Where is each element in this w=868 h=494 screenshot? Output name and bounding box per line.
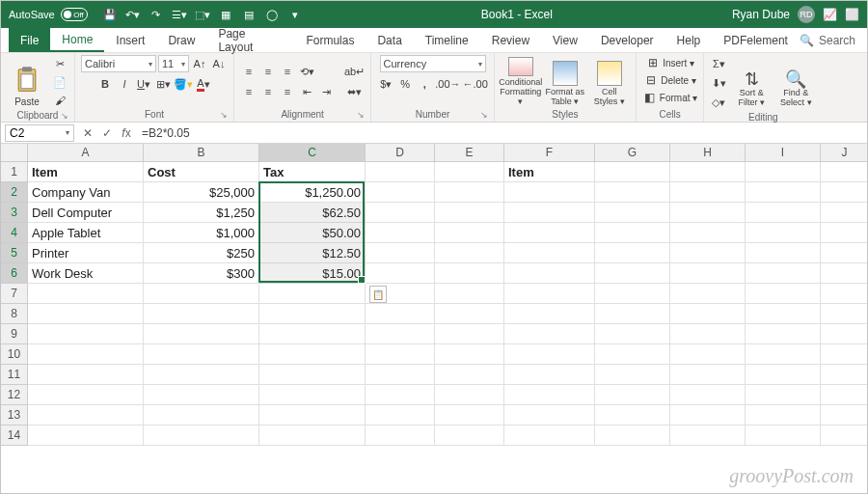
- cell-F4[interactable]: [504, 223, 595, 243]
- dec-decimal-icon[interactable]: ←.00: [463, 75, 488, 93]
- cell-I7[interactable]: [746, 284, 821, 304]
- cell-J3[interactable]: [821, 203, 868, 223]
- cell-C1[interactable]: Tax: [259, 162, 366, 182]
- cell-H14[interactable]: [670, 425, 746, 446]
- autosave-toggle[interactable]: AutoSave: [1, 8, 95, 21]
- cell-C4[interactable]: $50.00: [259, 223, 366, 243]
- fx-icon[interactable]: fx: [117, 126, 136, 140]
- tab-draw[interactable]: Draw: [156, 28, 206, 52]
- cell-A10[interactable]: [28, 344, 144, 365]
- align-center-icon[interactable]: ≡: [259, 83, 277, 100]
- cell-A8[interactable]: [28, 304, 144, 324]
- qat-icon-4[interactable]: ▤: [238, 4, 259, 25]
- accounting-icon[interactable]: $▾: [377, 75, 394, 93]
- cell-E3[interactable]: [435, 203, 504, 223]
- fill-icon[interactable]: ⬇▾: [710, 74, 727, 92]
- cell-J11[interactable]: [821, 365, 868, 385]
- cell-G6[interactable]: [595, 263, 670, 284]
- cell-J14[interactable]: [821, 425, 868, 446]
- cell-D3[interactable]: [366, 203, 435, 223]
- cell-B8[interactable]: [144, 304, 259, 324]
- cell-F7[interactable]: [504, 284, 595, 304]
- cell-J12[interactable]: [821, 385, 868, 405]
- cancel-formula-icon[interactable]: ✕: [78, 126, 97, 140]
- cell-E13[interactable]: [435, 405, 504, 425]
- align-middle-icon[interactable]: ≡: [259, 63, 277, 80]
- cut-icon[interactable]: ✂: [51, 55, 68, 72]
- row-header-7[interactable]: 7: [1, 284, 28, 304]
- cell-E12[interactable]: [435, 385, 504, 405]
- cell-F1[interactable]: Item: [504, 162, 595, 182]
- cell-C10[interactable]: [259, 344, 366, 365]
- find-select-button[interactable]: 🔍Find & Select ▾: [775, 58, 816, 108]
- row-header-2[interactable]: 2: [1, 182, 28, 203]
- cell-I3[interactable]: [746, 203, 821, 223]
- undo-icon[interactable]: ↶▾: [122, 4, 144, 25]
- cell-H3[interactable]: [670, 203, 746, 223]
- cell-I9[interactable]: [746, 324, 821, 344]
- cell-F9[interactable]: [504, 324, 595, 344]
- cell-H4[interactable]: [670, 223, 746, 243]
- cell-F12[interactable]: [504, 385, 595, 405]
- window-control-icon[interactable]: ⬜: [845, 8, 859, 21]
- comma-icon[interactable]: ,: [416, 75, 433, 93]
- cell-E7[interactable]: [435, 284, 504, 304]
- cell-J13[interactable]: [821, 405, 868, 425]
- cell-C8[interactable]: [259, 304, 366, 324]
- italic-button[interactable]: I: [116, 75, 133, 93]
- cell-F6[interactable]: [504, 263, 595, 284]
- row-header-11[interactable]: 11: [1, 365, 28, 385]
- col-header-J[interactable]: J: [821, 144, 868, 162]
- cell-A11[interactable]: [28, 365, 144, 385]
- tab-home[interactable]: Home: [50, 28, 104, 52]
- cell-G11[interactable]: [595, 365, 670, 385]
- select-all-button[interactable]: [1, 144, 28, 162]
- cell-G4[interactable]: [595, 223, 670, 243]
- underline-button[interactable]: U▾: [135, 75, 152, 93]
- cell-G1[interactable]: [595, 162, 670, 182]
- col-header-H[interactable]: H: [670, 144, 746, 162]
- tab-insert[interactable]: Insert: [104, 28, 156, 52]
- tab-timeline[interactable]: Timeline: [414, 28, 480, 52]
- cell-J1[interactable]: [821, 162, 868, 182]
- cell-C11[interactable]: [259, 365, 366, 385]
- cell-D6[interactable]: [366, 263, 435, 284]
- cell-H9[interactable]: [670, 324, 746, 344]
- cell-I5[interactable]: [746, 243, 821, 263]
- tab-data[interactable]: Data: [366, 28, 413, 52]
- cell-C2[interactable]: $1,250.00: [259, 182, 366, 203]
- cell-B7[interactable]: [144, 284, 259, 304]
- align-top-icon[interactable]: ≡: [240, 63, 258, 80]
- cell-D2[interactable]: [366, 182, 435, 203]
- col-header-D[interactable]: D: [366, 144, 435, 162]
- col-header-F[interactable]: F: [504, 144, 595, 162]
- cell-F11[interactable]: [504, 365, 595, 385]
- redo-icon[interactable]: ↷: [146, 4, 167, 25]
- cell-E9[interactable]: [435, 324, 504, 344]
- cell-A12[interactable]: [28, 385, 144, 405]
- cell-G12[interactable]: [595, 385, 670, 405]
- paste-options-icon[interactable]: 📋: [369, 286, 387, 303]
- row-header-14[interactable]: 14: [1, 425, 28, 446]
- cell-E10[interactable]: [435, 344, 504, 365]
- cell-J2[interactable]: [821, 182, 868, 203]
- cell-G8[interactable]: [595, 304, 670, 324]
- cell-A7[interactable]: [28, 284, 144, 304]
- cell-styles-button[interactable]: Cell Styles ▾: [589, 57, 630, 107]
- cell-D10[interactable]: [366, 344, 435, 365]
- cell-I10[interactable]: [746, 344, 821, 365]
- cell-A1[interactable]: Item: [28, 162, 144, 182]
- tab-pdfelement[interactable]: PDFelement: [712, 28, 800, 52]
- dialog-launcher-icon[interactable]: ↘: [61, 111, 68, 121]
- cell-B14[interactable]: [144, 425, 259, 446]
- search-box[interactable]: 🔍 Search: [800, 33, 855, 48]
- row-header-10[interactable]: 10: [1, 344, 28, 365]
- col-header-A[interactable]: A: [28, 144, 144, 162]
- number-format-select[interactable]: Currency▾: [380, 55, 486, 72]
- cell-B4[interactable]: $1,000: [144, 223, 259, 243]
- font-color-icon[interactable]: A▾: [195, 75, 212, 93]
- cell-D11[interactable]: [366, 365, 435, 385]
- cell-D1[interactable]: [366, 162, 435, 182]
- cell-J6[interactable]: [821, 263, 868, 284]
- conditional-formatting-button[interactable]: Conditional Formatting ▾: [501, 57, 541, 107]
